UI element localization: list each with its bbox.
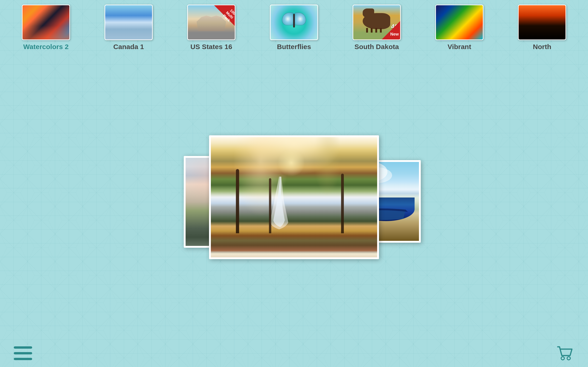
pack-item-southdakota[interactable]: 40 New South Dakota xyxy=(335,5,418,51)
pack-item-north[interactable]: North xyxy=(501,5,583,51)
thumb-image-watercolors2 xyxy=(23,5,69,40)
preview-card-main[interactable] xyxy=(209,135,379,259)
hamburger-line-1 xyxy=(14,346,32,349)
menu-button[interactable] xyxy=(14,346,32,360)
pack-label-canada1: Canada 1 xyxy=(113,43,144,51)
pack-item-usstates16[interactable]: 100MultiPack US States 16 xyxy=(170,5,253,51)
light-bloom xyxy=(277,149,305,177)
new-badge-number: 40 xyxy=(391,23,398,30)
pack-label-north: North xyxy=(533,43,551,51)
pack-item-butterflies[interactable]: Butterflies xyxy=(253,5,335,51)
thumb-image-usstates16: 100MultiPack xyxy=(188,5,235,40)
pack-thumb-canada1 xyxy=(104,5,153,40)
butterfly-wing-right xyxy=(294,13,306,25)
thumb-image-southdakota: 40 New xyxy=(353,5,400,40)
butterfly-decoration xyxy=(281,11,307,30)
hamburger-line-2 xyxy=(14,352,32,354)
butterfly-wing-left xyxy=(282,13,294,25)
pack-label-butterflies: Butterflies xyxy=(277,43,311,51)
pack-label-usstates16: US States 16 xyxy=(190,43,232,51)
preview-stack xyxy=(156,106,432,289)
scene-forest xyxy=(211,137,377,257)
new-badge-text: New xyxy=(390,32,399,36)
tree-trunk-2 xyxy=(269,178,271,233)
thumb-image-vibrant xyxy=(436,5,483,40)
leaves-overlay xyxy=(211,233,377,251)
pack-item-watercolors2[interactable]: Watercolors 2 xyxy=(5,5,87,51)
tree-trunk-3 xyxy=(341,174,344,233)
pack-thumb-usstates16: 100MultiPack xyxy=(187,5,235,40)
multipack-text: 100MultiPack xyxy=(222,7,235,23)
butterfly-body xyxy=(293,14,295,27)
multipack-badge: 100MultiPack xyxy=(214,5,235,26)
cart-button[interactable] xyxy=(556,344,574,362)
pack-list: Watercolors 2 Canada 1 100MultiPack US S… xyxy=(0,5,588,51)
pack-thumb-southdakota: 40 New xyxy=(353,5,401,40)
pack-label-watercolors2: Watercolors 2 xyxy=(23,43,69,51)
cart-icon-svg xyxy=(556,344,574,362)
svg-point-6 xyxy=(567,357,570,360)
pack-item-vibrant[interactable]: Vibrant xyxy=(418,5,501,51)
svg-point-5 xyxy=(561,357,564,360)
tree-trunk-1 xyxy=(236,169,239,233)
new-badge: 40 New xyxy=(382,21,400,40)
preview-area xyxy=(0,55,588,340)
pack-thumb-vibrant xyxy=(435,5,484,40)
thumb-image-canada1 xyxy=(105,5,152,40)
pack-item-canada1[interactable]: Canada 1 xyxy=(87,5,170,51)
pack-label-vibrant: Vibrant xyxy=(448,43,471,51)
pack-thumb-north xyxy=(518,5,566,40)
hamburger-line-3 xyxy=(14,358,32,360)
pack-thumb-butterflies xyxy=(270,5,318,40)
bottom-bar xyxy=(0,340,588,367)
thumb-image-butterflies xyxy=(271,5,317,40)
pack-thumb-watercolors2 xyxy=(22,5,70,40)
pack-label-southdakota: South Dakota xyxy=(355,43,399,51)
thumb-image-north xyxy=(519,5,565,40)
